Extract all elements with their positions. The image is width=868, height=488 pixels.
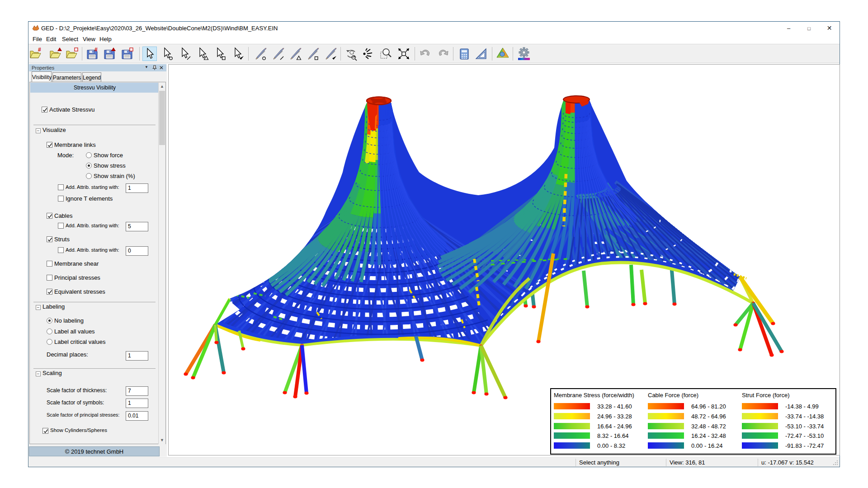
svg-text:#: # [38, 47, 41, 53]
svg-text:#: # [94, 47, 98, 53]
